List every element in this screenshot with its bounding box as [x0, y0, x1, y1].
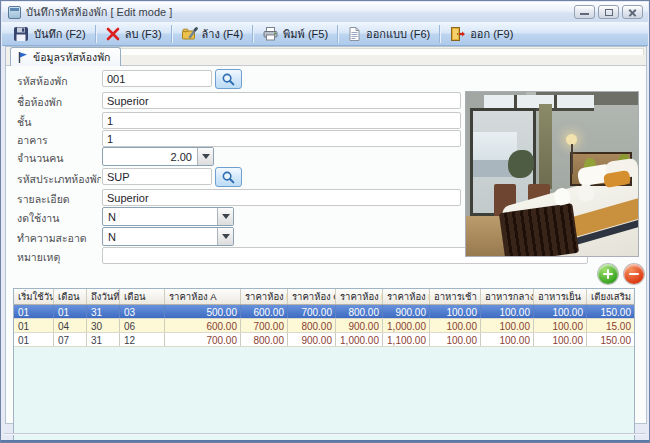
window-controls [574, 5, 643, 19]
floor-input[interactable] [102, 112, 461, 129]
grid-row[interactable]: 01013103500.00600.00700.00800.00900.0010… [14, 305, 634, 319]
toolbar-separator [171, 25, 172, 43]
grid-cell[interactable]: 700.00 [165, 333, 241, 346]
grid-column-header[interactable]: เริ่มใช้วันที่ [14, 289, 54, 304]
grid-column-header[interactable]: เตียงเสริม [587, 289, 634, 304]
grid-cell[interactable]: 100.00 [481, 333, 534, 346]
minus-icon [629, 273, 639, 276]
design-button[interactable]: ออกแบบ (F6) [340, 24, 437, 44]
grid-cell[interactable]: 100.00 [534, 333, 587, 346]
grid-cell[interactable]: 800.00 [336, 305, 383, 318]
grid-cell[interactable]: 100.00 [481, 305, 534, 318]
delete-icon [105, 26, 121, 42]
minimize-button[interactable] [574, 5, 595, 19]
toolbar-separator [337, 25, 338, 43]
remove-row-button[interactable] [624, 264, 644, 284]
grid-cell[interactable]: 150.00 [587, 305, 634, 318]
grid-cell[interactable]: 31 [87, 333, 120, 346]
grid-cell[interactable]: 12 [120, 333, 165, 346]
chevron-down-icon[interactable] [217, 208, 233, 225]
tab-room-code-info[interactable]: ข้อมูลรหัสห้องพัก [10, 47, 121, 66]
grid-cell[interactable]: 06 [120, 319, 165, 332]
grid-cell[interactable]: 100.00 [430, 319, 481, 332]
grid-cell[interactable]: 03 [120, 305, 165, 318]
grid-column-header[interactable]: เดือน [54, 289, 87, 304]
grid-cell[interactable]: 30 [87, 319, 120, 332]
delete-button[interactable]: ลบ (F3) [98, 24, 169, 44]
print-button[interactable]: พิมพ์ (F5) [255, 24, 335, 44]
titlebar[interactable]: บันทึกรหัสห้องพัก [ Edit mode ] [2, 2, 648, 22]
exit-button[interactable]: ออก (F9) [442, 24, 520, 44]
grid-cell[interactable]: 100.00 [430, 305, 481, 318]
grid-cell[interactable]: 500.00 [165, 305, 241, 318]
guest-count-combo[interactable]: 2.00 [102, 147, 214, 166]
grid-cell[interactable]: 01 [14, 319, 54, 332]
grid-row[interactable]: 01073112700.00800.00900.001,000.001,100.… [14, 333, 634, 347]
room-type-search-button[interactable] [215, 167, 242, 187]
grid-cell[interactable]: 100.00 [481, 319, 534, 332]
field-label-cleaning: ทำความสะอาด [17, 230, 101, 247]
grid-cell[interactable]: 800.00 [288, 319, 336, 332]
grid-column-header[interactable]: ราคาห้อง E [383, 289, 430, 304]
flag-icon [17, 51, 28, 64]
grid-column-header[interactable]: เดือน [120, 289, 165, 304]
grid-cell[interactable]: 1,000.00 [336, 333, 383, 346]
grid-cell[interactable]: 31 [87, 305, 120, 318]
grid-cell[interactable]: 150.00 [587, 333, 634, 346]
save-button[interactable]: บันทึก (F2) [6, 24, 93, 44]
search-icon [221, 72, 236, 87]
grid-cell[interactable]: 100.00 [534, 319, 587, 332]
grid-cell[interactable]: 01 [14, 305, 54, 318]
grid-cell[interactable]: 01 [54, 305, 87, 318]
grid-body: 01013103500.00600.00700.00800.00900.0010… [14, 305, 634, 347]
grid-row[interactable]: 01043006600.00700.00800.00900.001,000.00… [14, 319, 634, 333]
room-code-search-button[interactable] [215, 69, 242, 89]
grid-cell[interactable]: 100.00 [534, 305, 587, 318]
grid-cell[interactable]: 900.00 [336, 319, 383, 332]
grid-column-header[interactable]: อาหารเช้า [430, 289, 481, 304]
grid-column-header[interactable]: ราคาห้อง C [288, 289, 336, 304]
grid-cell[interactable]: 07 [54, 333, 87, 346]
app-icon [8, 6, 21, 19]
grid-cell[interactable]: 700.00 [288, 305, 336, 318]
clear-icon [181, 26, 198, 42]
grid-column-header[interactable]: อาหารกลางวัน [481, 289, 534, 304]
grid-column-header[interactable]: อาหารเย็น [534, 289, 587, 304]
grid-cell[interactable]: 600.00 [165, 319, 241, 332]
grid-cell[interactable]: 100.00 [430, 333, 481, 346]
description-input[interactable] [102, 189, 461, 206]
grid-column-header[interactable]: ถึงวันที่ [87, 289, 120, 304]
cleaning-combo[interactable]: N [102, 227, 234, 246]
grid-cell[interactable]: 15.00 [587, 319, 634, 332]
building-input[interactable] [102, 130, 461, 147]
grid-cell[interactable]: 01 [14, 333, 54, 346]
field-label-room-name: ชื่อห้องพัก [17, 94, 101, 111]
grid-cell[interactable]: 600.00 [241, 305, 288, 318]
grid-cell[interactable]: 700.00 [241, 319, 288, 332]
grid-cell[interactable]: 800.00 [241, 333, 288, 346]
chevron-down-icon[interactable] [197, 148, 213, 165]
grid-cell[interactable]: 900.00 [383, 305, 430, 318]
window-frame-groove [4, 433, 646, 434]
grid-cell[interactable]: 04 [54, 319, 87, 332]
grid-cell[interactable]: 1,100.00 [383, 333, 430, 346]
inactive-combo[interactable]: N [102, 207, 234, 226]
clear-button[interactable]: ล้าง (F4) [174, 24, 251, 44]
grid-column-header[interactable]: ราคาห้อง B [241, 289, 288, 304]
add-row-button[interactable] [598, 264, 618, 284]
toolbar: บันทึก (F2) ลบ (F3) ล้าง (F4) พิมพ์ (F5)… [2, 22, 648, 46]
window-frame-bottom [1, 440, 649, 442]
maximize-button[interactable] [598, 5, 619, 19]
room-code-input[interactable] [102, 70, 212, 87]
maximize-icon [605, 9, 613, 16]
grid-column-header[interactable]: ราคาห้อง D [336, 289, 383, 304]
print-icon [262, 26, 279, 42]
grid-cell[interactable]: 900.00 [288, 333, 336, 346]
grid-column-header[interactable]: ราคาห้อง A [165, 289, 241, 304]
chevron-down-icon[interactable] [217, 228, 233, 245]
save-icon [13, 26, 30, 42]
grid-cell[interactable]: 1,000.00 [383, 319, 430, 332]
room-type-code-input[interactable] [102, 168, 212, 185]
close-button[interactable] [622, 5, 643, 19]
room-name-input[interactable] [102, 92, 461, 109]
